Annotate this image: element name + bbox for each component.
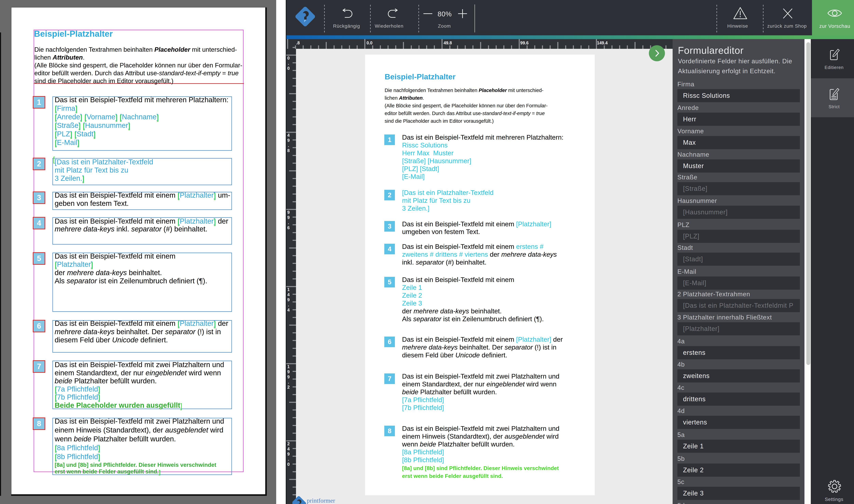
svg-text:printformer: printformer [307,497,335,504]
